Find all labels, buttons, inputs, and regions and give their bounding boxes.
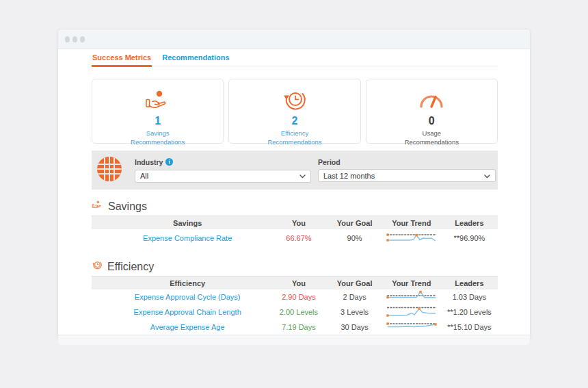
column-header: Your Goal [328, 276, 382, 289]
table-row: Expense Compliance Rate 66.67% 90% **96.… [92, 229, 498, 246]
trend-sparkline [386, 289, 437, 305]
globe-icon [96, 156, 122, 185]
usage-recommendations-card: 0 Usage Recommendations [366, 79, 498, 144]
window-control-dot[interactable] [65, 36, 70, 42]
savings-section-heading: Savings [92, 200, 498, 216]
metric-link[interactable]: Expense Approval Cycle (Days) [135, 293, 241, 301]
savings-recommendations-count: 1 [92, 116, 223, 127]
metric-link[interactable]: Expense Compliance Rate [143, 234, 232, 242]
section-title: Efficiency [107, 261, 154, 273]
window-control-dot[interactable] [80, 36, 85, 42]
window-content: Success Metrics Recommendations 1 [58, 49, 530, 335]
period-label: Period [318, 158, 496, 166]
history-clock-icon [92, 260, 103, 273]
column-header: You [270, 276, 327, 289]
savings-recommendations-label: Savings Recommendations [92, 129, 223, 146]
efficiency-section: Efficiency Efficiency You Your Goal Your… [92, 260, 498, 335]
usage-recommendations-count: 0 [366, 116, 497, 127]
hand-coin-icon [92, 200, 103, 213]
goal-value: 90% [328, 229, 382, 246]
savings-table: Savings You Your Goal Your Trend Leaders… [92, 216, 498, 246]
window-control-dot[interactable] [72, 36, 77, 42]
industry-select[interactable]: All [135, 170, 311, 183]
trend-sparkline [386, 320, 437, 335]
trend-sparkline [386, 231, 437, 246]
efficiency-section-heading: Efficiency [92, 260, 498, 276]
column-header: Your Trend [382, 216, 441, 229]
chevron-down-icon [484, 172, 490, 180]
savings-recommendations-card[interactable]: 1 Savings Recommendations [92, 79, 224, 144]
table-row: Expense Approval Chain Length 2.00 Level… [92, 305, 498, 320]
you-value: 2.00 Levels [280, 308, 318, 316]
goal-value: 2 Days [328, 289, 382, 305]
table-row: Expense Approval Cycle (Days) 2.90 Days … [92, 289, 498, 305]
filter-bar: Industry i All Per [92, 151, 498, 190]
tab-recommendations[interactable]: Recommendations [161, 50, 230, 66]
metric-link[interactable]: Average Expense Age [150, 323, 225, 331]
period-select[interactable]: Last 12 months [318, 169, 496, 182]
table-row: Average Expense Age 7.19 Days 30 Days **… [92, 320, 498, 335]
table-header-row: Savings You Your Goal Your Trend Leaders [92, 216, 498, 229]
tab-bar: Success Metrics Recommendations [92, 50, 498, 66]
tab-success-metrics[interactable]: Success Metrics [92, 50, 152, 67]
hand-coin-icon [92, 86, 223, 116]
metric-link[interactable]: Expense Approval Chain Length [134, 308, 241, 316]
section-title: Savings [108, 201, 147, 213]
efficiency-recommendations-count: 2 [229, 116, 360, 127]
column-header: Your Goal [328, 216, 382, 229]
leaders-value: **1.20 Levels [441, 305, 498, 320]
summary-cards: 1 Savings Recommendations [92, 79, 498, 144]
gauge-icon [366, 86, 497, 116]
browser-window: Success Metrics Recommendations 1 [57, 29, 531, 340]
column-header: Savings [92, 216, 270, 229]
history-clock-icon [229, 86, 360, 116]
leaders-value: **15.10 Days [441, 320, 498, 335]
chevron-down-icon [299, 172, 306, 180]
industry-label: Industry i [135, 158, 311, 167]
window-footer [58, 335, 530, 345]
goal-value: 3 Levels [328, 305, 382, 320]
leaders-value: 1.03 Days [441, 289, 498, 305]
you-value: 66.67% [286, 234, 311, 242]
goal-value: 30 Days [328, 320, 382, 335]
window-titlebar [58, 29, 530, 49]
column-header: Your Trend [382, 276, 441, 289]
column-header: Leaders [441, 216, 498, 229]
you-value: 2.90 Days [282, 293, 316, 301]
efficiency-recommendations-card[interactable]: 2 Efficiency Recommendations [228, 79, 360, 144]
column-header: You [270, 216, 327, 229]
table-header-row: Efficiency You Your Goal Your Trend Lead… [92, 276, 498, 289]
leaders-value: **96.90% [441, 229, 498, 246]
info-icon[interactable]: i [165, 158, 173, 167]
usage-recommendations-label: Usage Recommendations [366, 129, 497, 146]
savings-section: Savings Savings You Your Goal Your Trend… [92, 200, 498, 246]
efficiency-recommendations-label: Efficiency Recommendations [229, 129, 360, 146]
column-header: Efficiency [92, 276, 270, 289]
you-value: 7.19 Days [282, 323, 316, 331]
efficiency-table: Efficiency You Your Goal Your Trend Lead… [92, 276, 498, 335]
trend-sparkline [386, 305, 437, 320]
column-header: Leaders [441, 276, 498, 289]
